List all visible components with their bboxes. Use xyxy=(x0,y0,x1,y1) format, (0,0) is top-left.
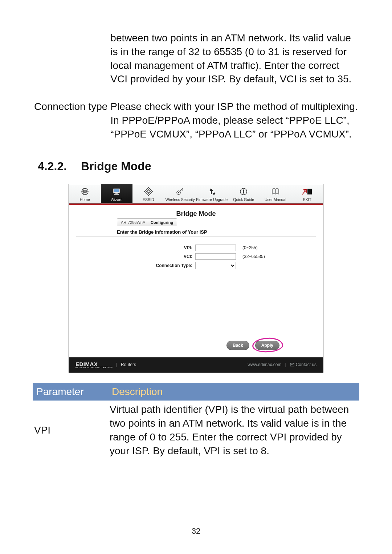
arrow-star-icon xyxy=(196,186,228,197)
screenshot-body: Bridge Mode AR-7286WnA Configuring Enter… xyxy=(69,205,323,357)
svg-rect-6 xyxy=(114,194,119,195)
vci-hint: (32~65535) xyxy=(242,254,265,259)
svg-line-13 xyxy=(182,189,183,190)
screenshot-footer: EDIMAX NETWORKING PEOPLE TOGETHER | Rout… xyxy=(69,357,323,372)
nav-essid[interactable]: ESSID xyxy=(132,184,164,203)
apply-highlight-circle: Apply xyxy=(255,341,279,350)
vpi-label: VPI: xyxy=(76,245,195,250)
brand-logo: EDIMAX NETWORKING PEOPLE TOGETHER xyxy=(75,361,113,369)
nav-user-manual[interactable]: User Manual xyxy=(260,184,291,203)
footer-divider: | xyxy=(116,362,117,367)
page-number: 32 xyxy=(0,526,392,536)
device-model: AR-7286WnA xyxy=(121,220,145,225)
back-button[interactable]: Back xyxy=(226,341,249,350)
footer-divider-2: | xyxy=(285,362,286,367)
nav-wireless-label: Wireless Security xyxy=(166,197,195,202)
vci-input[interactable] xyxy=(195,253,236,260)
compass-icon xyxy=(228,186,260,197)
svg-rect-4 xyxy=(114,189,119,192)
vci-label: VCI: xyxy=(76,254,195,259)
svg-rect-17 xyxy=(308,189,311,194)
nav-exit[interactable]: EXIT xyxy=(291,184,323,203)
vpi-row: VPI: (0~255) xyxy=(76,245,316,251)
svg-rect-7 xyxy=(144,187,152,196)
svg-rect-8 xyxy=(146,189,150,193)
top-row1-label xyxy=(33,29,109,88)
screenshot-title: Bridge Mode xyxy=(76,210,316,218)
nav-manual-label: User Manual xyxy=(265,197,286,202)
device-state: Configuring xyxy=(151,220,173,225)
key-icon xyxy=(164,186,196,197)
globe-icon xyxy=(69,186,101,197)
svg-rect-5 xyxy=(115,193,118,194)
nav-firmware-label: Firmware Upgrade xyxy=(196,197,228,202)
top-row2-label: Connection type xyxy=(33,98,109,145)
param-row1-label: VPI xyxy=(33,401,108,460)
section-number: 4.2.2. xyxy=(38,160,78,173)
brand-tagline: NETWORKING PEOPLE TOGETHER xyxy=(75,366,113,369)
footer-url[interactable]: www.edimax.com xyxy=(248,362,281,367)
bridge-form: VPI: (0~255) VCI: (32~65535) Connection … xyxy=(76,245,316,269)
conn-type-label: Connection Type: xyxy=(76,263,195,268)
apply-button[interactable]: Apply xyxy=(255,341,279,350)
param-header-description: Description xyxy=(108,383,359,401)
nav-exit-label: EXIT xyxy=(303,197,311,202)
param-table-header: Parameter Description xyxy=(33,383,359,401)
conn-type-row: Connection Type: xyxy=(76,262,316,269)
top-parameter-table: between two points in an ATM network. It… xyxy=(33,29,359,145)
nav-quick-guide[interactable]: Quick Guide xyxy=(228,184,260,203)
button-row: Back Apply xyxy=(226,341,279,350)
nav-quick-label: Quick Guide xyxy=(233,197,254,202)
vpi-input[interactable] xyxy=(195,245,236,251)
screenshot-nav: Home Wizard ESSID Wireless Security xyxy=(69,184,323,204)
vpi-hint: (0~255) xyxy=(242,245,258,250)
diamond-icon xyxy=(132,186,164,197)
contact-label: Contact us xyxy=(296,362,317,367)
nav-wireless-security[interactable]: Wireless Security xyxy=(164,184,196,203)
top-row2-desc: Please check with your ISP the method of… xyxy=(109,98,359,145)
contact-link[interactable]: Contact us xyxy=(290,362,317,367)
section-title: Bridge Mode xyxy=(81,160,151,173)
section-heading: 4.2.2. Bridge Mode xyxy=(38,160,359,173)
param-row1-desc: Virtual path identifier (VPI) is the vir… xyxy=(108,401,359,460)
exit-icon xyxy=(291,186,323,197)
param-header-parameter: Parameter xyxy=(33,383,108,401)
bottom-parameter-table: Parameter Description VPI Virtual path i… xyxy=(33,383,359,460)
nav-firmware-upgrade[interactable]: Firmware Upgrade xyxy=(196,184,228,203)
book-icon xyxy=(260,186,291,197)
nav-wizard[interactable]: Wizard xyxy=(101,184,133,203)
mail-icon xyxy=(290,362,294,367)
nav-home-label: Home xyxy=(80,197,90,202)
svg-point-11 xyxy=(178,192,179,193)
nav-essid-label: ESSID xyxy=(143,197,154,202)
vci-row: VCI: (32~65535) xyxy=(76,253,316,260)
router-screenshot: Home Wizard ESSID Wireless Security xyxy=(69,184,323,373)
product-category: Routers xyxy=(121,362,136,367)
monitor-icon xyxy=(101,186,133,197)
nav-home[interactable]: Home xyxy=(69,184,101,203)
page-footer-rule xyxy=(33,524,359,524)
top-row1-desc: between two points in an ATM network. It… xyxy=(109,29,359,88)
conn-type-select[interactable] xyxy=(195,262,236,269)
svg-point-9 xyxy=(147,190,150,193)
screenshot-subheading: Enter the Bridge Information of Your ISP xyxy=(76,226,316,237)
nav-wizard-label: Wizard xyxy=(111,197,123,202)
device-tab[interactable]: AR-7286WnA Configuring xyxy=(117,218,177,226)
